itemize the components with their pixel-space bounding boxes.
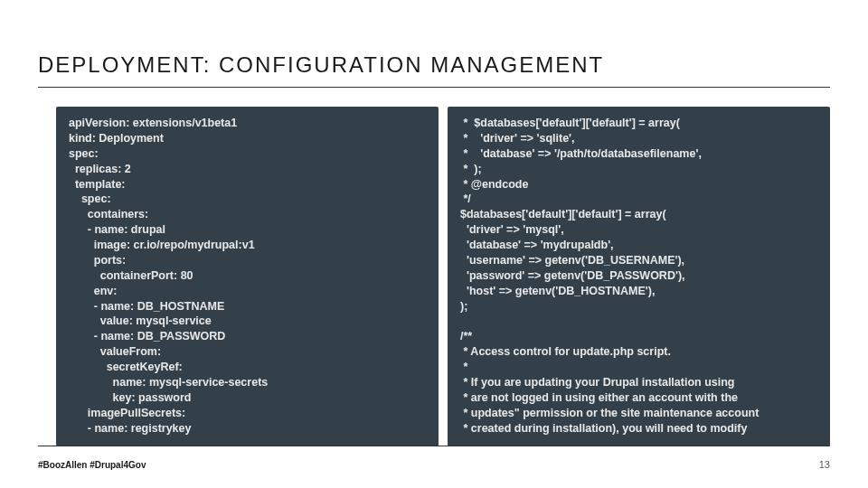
title-rule: [38, 87, 830, 88]
footer-rule: [38, 446, 830, 446]
code-panel-right: * $databases['default']['default'] = arr…: [448, 107, 830, 446]
code-panels: apiVersion: extensions/v1beta1 kind: Dep…: [56, 107, 830, 446]
page-title: DEPLOYMENT: CONFIGURATION MANAGEMENT: [38, 52, 604, 78]
code-panel-left: apiVersion: extensions/v1beta1 kind: Dep…: [56, 107, 439, 446]
footer-hashtags: #BoozAllen #Drupal4Gov: [38, 460, 146, 470]
page-number: 13: [819, 459, 830, 470]
